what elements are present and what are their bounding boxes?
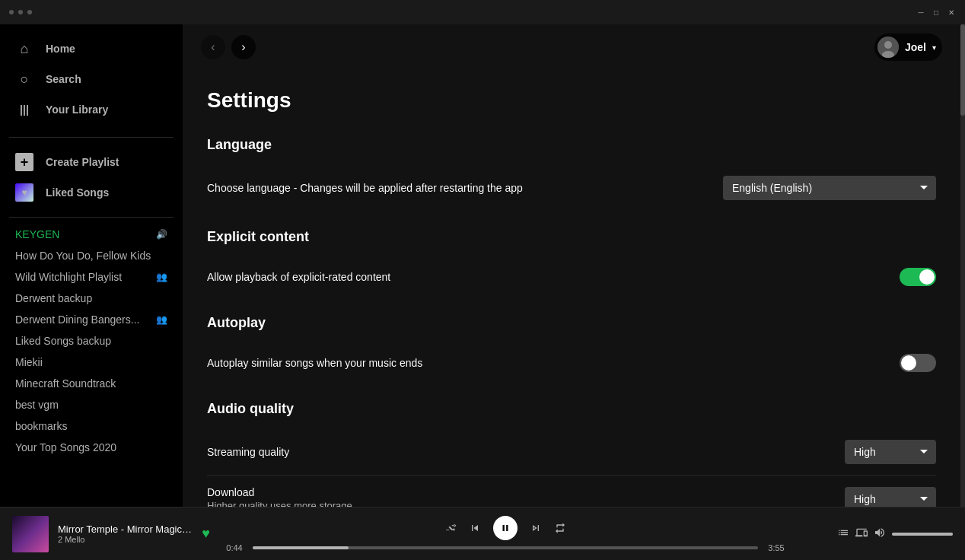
next-icon (530, 522, 542, 534)
progress-fill (253, 546, 349, 549)
library-item-keygen[interactable]: KEYGEN 🔊 (0, 224, 183, 245)
audio-quality-section: Audio quality Streaming quality Low Norm… (207, 401, 936, 507)
now-playing-badge: 🔊 (156, 229, 167, 240)
create-playlist-item[interactable]: + Create Playlist (6, 147, 177, 177)
explicit-row: Allow playback of explicit-rated content (207, 257, 936, 297)
library-item-minecraft-label: Minecraft Soundtrack (15, 377, 116, 390)
titlebar-dot-1 (9, 10, 14, 14)
search-icon: ○ (15, 70, 33, 88)
progress-bar-area: 0:44 3:55 (222, 543, 788, 552)
streaming-quality-select[interactable]: Low Normal High Very High (845, 440, 936, 464)
collab-badge-wild: 👥 (156, 272, 167, 282)
chevron-down-icon: ▾ (932, 43, 936, 52)
user-avatar (877, 37, 899, 58)
maximize-button[interactable]: □ (932, 8, 941, 17)
back-button[interactable]: ‹ (201, 35, 225, 59)
explicit-label: Allow playback of explicit-rated content (207, 271, 390, 283)
volume-button[interactable] (874, 527, 886, 542)
library-item-liked-backup[interactable]: Liked Songs backup (0, 330, 183, 352)
titlebar-dot-2 (18, 10, 23, 14)
shuffle-icon (444, 522, 457, 534)
track-text: Mirror Temple - Mirror Magic Mix 2 Mello (58, 523, 193, 544)
titlebar-dot-3 (27, 10, 32, 14)
library-item-wild-witchlight[interactable]: Wild Witchlight Playlist 👥 (0, 266, 183, 288)
sidebar-item-search[interactable]: ○ Search (6, 64, 177, 94)
liked-songs-icon: ♥ (15, 183, 33, 202)
previous-button[interactable] (469, 522, 481, 534)
close-button[interactable]: ✕ (947, 8, 956, 17)
sidebar: ⌂ Home ○ Search ||| Your Library + Creat… (0, 24, 183, 507)
library-item-minecraft[interactable]: Minecraft Soundtrack (0, 373, 183, 394)
explicit-toggle[interactable] (900, 268, 936, 286)
sidebar-divider (9, 137, 174, 138)
download-label: Download (207, 486, 355, 498)
sidebar-item-home-label: Home (46, 43, 75, 55)
volume-slider[interactable] (892, 533, 953, 536)
library-item-bookmarks-label: bookmarks (15, 420, 67, 432)
liked-songs-label: Liked Songs (46, 186, 109, 199)
download-label-area: Download Higher quality uses more storag… (207, 486, 355, 507)
autoplay-toggle-knob (901, 355, 916, 371)
library-item-top-songs-label: Your Top Songs 2020 (15, 441, 116, 453)
scrollbar-thumb (960, 24, 965, 116)
titlebar-controls: ─ □ ✕ (916, 8, 956, 17)
devices-button[interactable] (855, 527, 868, 542)
next-button[interactable] (530, 522, 542, 534)
play-pause-button[interactable] (493, 516, 518, 540)
explicit-content-section: Explicit content Allow playback of expli… (207, 229, 936, 297)
library-item-derwent-backup[interactable]: Derwent backup (0, 288, 183, 309)
create-playlist-label: Create Playlist (46, 156, 119, 168)
streaming-quality-row: Streaming quality Low Normal High Very H… (207, 429, 936, 476)
player-controls: 0:44 3:55 (222, 516, 788, 552)
library-item-bookmarks[interactable]: bookmarks (0, 415, 183, 437)
player-right-controls (801, 527, 953, 542)
download-quality-select[interactable]: Low Normal High Very High (845, 487, 936, 508)
library-item-derwent-backup-label: Derwent backup (15, 292, 92, 304)
repeat-button[interactable] (554, 522, 566, 534)
collab-badge-derwent: 👥 (156, 314, 167, 325)
titlebar-dots (9, 10, 32, 14)
scrollbar-track[interactable] (960, 24, 965, 507)
player-track-info: Mirror Temple - Mirror Magic Mix 2 Mello… (12, 516, 210, 552)
library-item-top-songs[interactable]: Your Top Songs 2020 (0, 437, 183, 458)
track-artist: 2 Mello (58, 535, 193, 544)
autoplay-toggle[interactable] (900, 354, 936, 372)
sidebar-item-library-label: Your Library (46, 103, 108, 116)
queue-button[interactable] (837, 527, 849, 542)
minimize-button[interactable]: ─ (916, 8, 925, 17)
create-playlist-icon: + (15, 153, 33, 171)
library-item-how-do-you-do[interactable]: How Do You Do, Fellow Kids (0, 245, 183, 266)
download-quality-row: Download Higher quality uses more storag… (207, 476, 936, 507)
forward-button[interactable]: › (231, 35, 256, 59)
library-item-miekii[interactable]: Miekii (0, 352, 183, 373)
library-item-best-vgm-label: best vgm (15, 399, 59, 411)
playback-buttons (444, 516, 566, 540)
language-row: Choose language - Changes will be applie… (207, 165, 936, 211)
autoplay-title: Autoplay (207, 315, 936, 331)
user-menu[interactable]: Joel ▾ (874, 33, 942, 61)
library-item-best-vgm[interactable]: best vgm (0, 394, 183, 415)
library-item-derwent-dining[interactable]: Derwent Dining Bangers... 👥 (0, 309, 183, 330)
autoplay-label: Autoplay similar songs when your music e… (207, 357, 422, 369)
sidebar-item-library[interactable]: ||| Your Library (6, 94, 177, 125)
language-select[interactable]: English (English) Español Français Deuts… (723, 176, 936, 200)
track-name: Mirror Temple - Mirror Magic Mix (58, 523, 193, 535)
language-section: Language Choose language - Changes will … (207, 137, 936, 211)
library-item-derwent-dining-label: Derwent Dining Bangers... (15, 313, 139, 326)
library-item-keygen-label: KEYGEN (15, 228, 59, 240)
app-body: ⌂ Home ○ Search ||| Your Library + Creat… (0, 24, 965, 507)
sidebar-item-search-label: Search (46, 73, 81, 85)
titlebar: ─ □ ✕ (0, 0, 965, 24)
shuffle-button[interactable] (444, 522, 457, 534)
current-time: 0:44 (222, 543, 247, 552)
like-button[interactable]: ♥ (202, 526, 210, 542)
sidebar-item-home[interactable]: ⌂ Home (6, 33, 177, 64)
pause-icon (500, 523, 511, 533)
progress-track[interactable] (253, 546, 758, 549)
streaming-quality-label: Streaming quality (207, 446, 289, 458)
avatar-image (877, 37, 899, 58)
language-label: Choose language - Changes will be applie… (207, 182, 523, 194)
repeat-icon (554, 522, 566, 534)
liked-songs-item[interactable]: ♥ Liked Songs (6, 177, 177, 208)
audio-quality-title: Audio quality (207, 401, 936, 417)
